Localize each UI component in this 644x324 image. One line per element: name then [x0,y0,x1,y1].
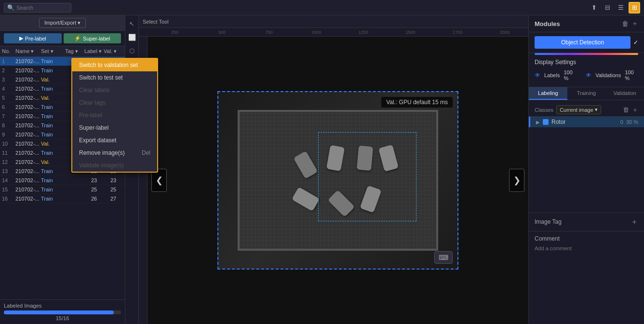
context-menu-item: Validate image(s) [72,159,157,172]
row-name: 210702-... [15,168,41,174]
nav-right[interactable]: ❯ [509,169,524,192]
menu-item-label: Remove image(s) [79,149,125,156]
canvas-image: Val.: GPU default 15 ms ⌨ [217,91,458,270]
context-menu-item[interactable]: Remove image(s)Del [72,147,157,159]
table-row[interactable]: 15 210702-... Train 25 25 [0,185,125,194]
tab-labeling[interactable]: Labeling [529,87,567,100]
class-expand-icon[interactable]: ▶ [536,120,540,125]
table-row[interactable]: 14 210702-... Train 23 23 [0,176,125,185]
prelabel-button[interactable]: ▶ Pre-label [4,33,62,43]
row-set: Val. [41,77,65,82]
draw-rect-icon[interactable]: ⬜ [127,32,137,42]
col-no[interactable]: No. [2,48,15,54]
keyboard-icon[interactable]: ⌨ [434,251,453,264]
row-set: Val. [41,159,65,165]
canvas-container: ❮ [148,37,528,324]
col-name[interactable]: Name ▾ [15,48,41,54]
context-menu-item[interactable]: Switch to test set [72,71,157,84]
row-set: Train [41,187,65,192]
row-number: 5 [2,95,15,101]
image-tag-add-btn[interactable]: ＋ [631,217,638,227]
prelabel-bar: ▶ Pre-label ⚡ Super-label [0,31,125,46]
class-color [543,119,549,125]
od-chevron-btn[interactable]: ✓ [633,39,638,46]
row-number: 6 [2,104,15,110]
row-name: 210702-... [15,141,41,147]
ruler-h-mark: 500 [199,30,246,35]
tab-validation[interactable]: Validation [605,87,644,100]
search-icon: 🔍 [7,4,14,11]
progress-bar [4,310,114,314]
classes-trash-icon[interactable]: 🗑 [623,106,629,114]
row-number: 12 [2,159,15,165]
display-settings-title: Display Settings [535,59,638,66]
row-label: 23 [84,177,104,183]
shortcut-label: Del [142,149,150,156]
row-number: 4 [2,86,15,92]
dropdown-arrow-icon: ▾ [595,107,598,113]
top-bar-icons: ⬆ ⊟ ☰ ⊞ [588,2,640,14]
row-set: Train [41,104,65,110]
object-detection-button[interactable]: Object Detection [535,36,631,49]
row-name: 210702-... [15,122,41,128]
col-label[interactable]: Label ▾ [84,48,104,54]
select-tool-icon[interactable]: ↖ [127,18,137,29]
right-panel: Modules 🗑 ＋ Object Detection ✓ Display S… [528,15,644,324]
list-icon[interactable]: ☰ [615,2,627,14]
context-menu-item[interactable]: Switch to validation set [72,59,157,71]
import-export-button[interactable]: Import/Export ▾ [39,18,86,28]
progress-text: 15/16 [4,315,121,321]
row-number: 10 [2,141,15,147]
col-tag[interactable]: Tag ▾ [65,48,84,54]
col-val[interactable]: Val. ▾ [104,48,123,54]
image-tag-section: Image Tag ＋ [529,213,644,231]
context-menu-item[interactable]: Export dataset [72,134,157,147]
trash-icon[interactable]: 🗑 [622,19,629,28]
ruler-h: 25050075010001250150017502000 [139,28,528,37]
search-input[interactable] [16,5,68,11]
grid-icon[interactable]: ⊞ [629,2,640,14]
row-name: 210702-... [15,113,41,119]
polygon-icon[interactable]: ⬡ [127,45,137,56]
tab-training[interactable]: Training [567,87,606,100]
labels-pct: 100 % [564,69,577,81]
row-name: 210702-... [15,196,41,202]
import-export-bar: Import/Export ▾ [0,15,125,31]
import-icon[interactable]: ⬆ [588,2,600,14]
class-name: Rotor [551,119,617,125]
row-number: 2 [2,68,15,73]
comment-input[interactable] [535,245,638,251]
row-name: 210702-... [15,187,41,192]
class-row: ▶ Rotor 0 30 % [529,117,644,127]
ruler-h-mark: 1000 [293,30,340,35]
superlabel-button[interactable]: ⚡ Super-label [64,33,121,43]
row-number: 9 [2,132,15,137]
row-set: Train [41,132,65,137]
table-row[interactable]: 16 210702-... Train 26 27 [0,194,125,203]
class-pct: 30 % [626,119,638,125]
row-name: 210702-... [15,86,41,92]
row-name: 210702-... [15,68,41,73]
current-image-dropdown[interactable]: Current image ▾ [556,105,601,114]
context-menu-item[interactable]: Super-label [72,122,157,134]
context-menu-item: Pre-label [72,109,157,122]
row-name: 210702-... [15,132,41,137]
top-bar: 🔍 ⬆ ⊟ ☰ ⊞ [0,0,644,15]
col-set[interactable]: Set ▾ [41,48,65,54]
search-box[interactable]: 🔍 [4,3,71,13]
modules-title: Modules [535,20,560,27]
add-module-btn[interactable]: ＋ [631,19,638,28]
row-set: Train [41,58,65,64]
classes-add-btn[interactable]: ＋ [632,106,638,114]
labels-eye-icon[interactable]: 👁 [535,72,540,79]
filter-icon[interactable]: ⊟ [602,2,613,14]
prelabel-label: Pre-label [25,36,46,41]
superlabel-label: Super-label [83,36,110,41]
row-set: Train [41,177,65,183]
row-set: Train [41,150,65,156]
context-menu-item: Clear labels [72,84,157,96]
validations-eye-icon[interactable]: 👁 [586,72,591,79]
row-set: Train [41,113,65,119]
ruler-h-mark: 1250 [340,30,387,35]
row-set: Train [41,68,65,73]
